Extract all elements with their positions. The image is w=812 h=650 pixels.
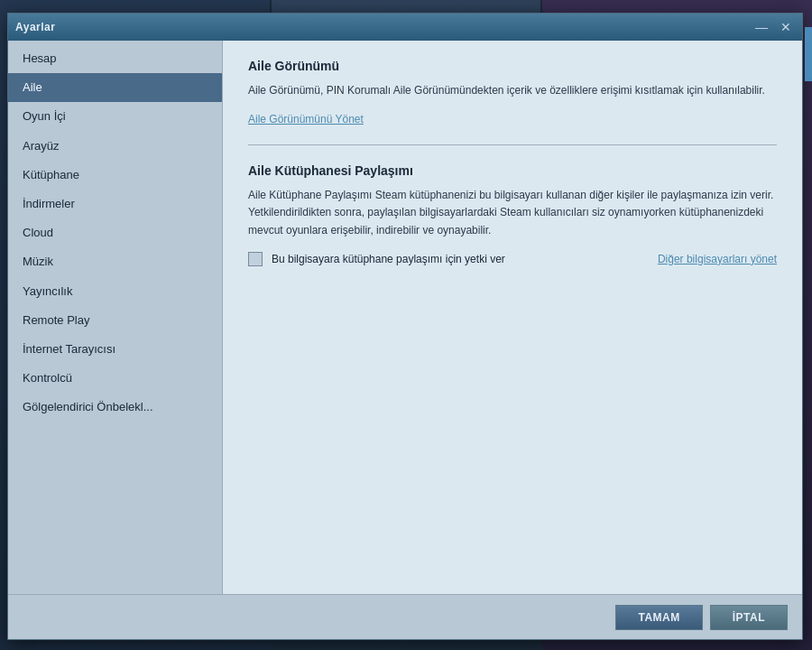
- right-accent-bar: [805, 27, 812, 81]
- sidebar-item-hesap[interactable]: Hesap: [8, 44, 222, 73]
- dialog-title: Ayarlar: [15, 21, 55, 33]
- minimize-button[interactable]: —: [752, 19, 771, 35]
- sidebar-item-oyun-ici[interactable]: Oyun İçi: [8, 102, 222, 131]
- manage-computers-link[interactable]: Diğer bilgisayarları yönet: [658, 253, 777, 265]
- title-bar-controls: — ✕: [752, 19, 795, 35]
- settings-dialog: Ayarlar — ✕ Hesap Aile Oyun İçi Arayüz K…: [7, 13, 803, 640]
- sidebar: Hesap Aile Oyun İçi Arayüz Kütüphane İnd…: [8, 41, 223, 594]
- sidebar-item-aile[interactable]: Aile: [8, 73, 222, 102]
- dialog-footer: TAMAM İPTAL: [8, 594, 802, 639]
- sidebar-item-remote-play[interactable]: Remote Play: [8, 306, 222, 335]
- dialog-body: Hesap Aile Oyun İçi Arayüz Kütüphane İnd…: [8, 41, 802, 594]
- sidebar-item-golgelendirici[interactable]: Gölgelendirici Önbelekl...: [8, 393, 222, 422]
- sidebar-item-kutuphane[interactable]: Kütüphane: [8, 161, 222, 190]
- sidebar-item-kontrolcu[interactable]: Kontrolcü: [8, 364, 222, 393]
- aile-gorunumu-link[interactable]: Aile Görünümünü Yönet: [248, 113, 364, 125]
- main-panel: Aile Görünümü Aile Görünümü, PIN Korumal…: [223, 41, 802, 594]
- sidebar-item-muzik[interactable]: Müzik: [8, 247, 222, 276]
- aile-gorunumu-text: Aile Görünümü, PIN Korumalı Aile Görünüm…: [248, 82, 777, 99]
- title-bar: Ayarlar — ✕: [8, 14, 802, 41]
- library-sharing-row: Bu bilgisayara kütüphane paylaşımı için …: [248, 252, 777, 266]
- section-divider: [248, 144, 777, 145]
- close-button[interactable]: ✕: [777, 19, 795, 35]
- aile-gorunumu-title: Aile Görünümü: [248, 59, 777, 73]
- ok-button[interactable]: TAMAM: [615, 605, 702, 630]
- sidebar-item-arayuz[interactable]: Arayüz: [8, 132, 222, 161]
- sidebar-item-indirmeler[interactable]: İndirmeler: [8, 190, 222, 218]
- library-sharing-checkbox[interactable]: [248, 252, 263, 266]
- cancel-button[interactable]: İPTAL: [710, 605, 788, 630]
- library-sharing-label: Bu bilgisayara kütüphane paylaşımı için …: [272, 253, 505, 265]
- aile-kutuphane-title: Aile Kütüphanesi Paylaşımı: [248, 163, 777, 178]
- sidebar-item-yayincilik[interactable]: Yayıncılık: [8, 277, 222, 306]
- aile-kutuphane-text: Aile Kütüphane Paylaşımı Steam kütüphane…: [248, 187, 777, 239]
- sidebar-item-internet-tarayicisi[interactable]: İnternet Tarayıcısı: [8, 335, 222, 364]
- sidebar-item-cloud[interactable]: Cloud: [8, 218, 222, 247]
